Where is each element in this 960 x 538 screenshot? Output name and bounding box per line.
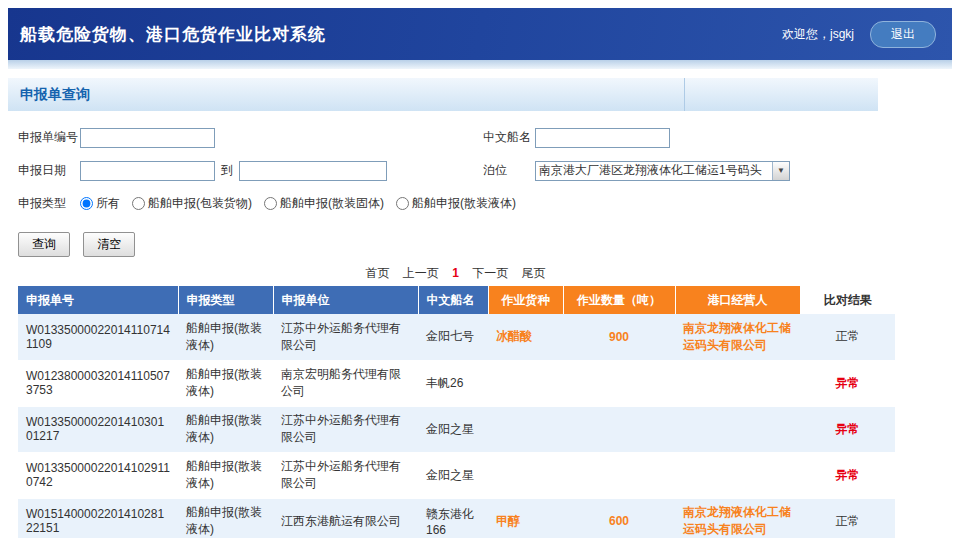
cell-operator: 南京龙翔液体化工储运码头有限公司 — [675, 498, 800, 538]
logout-button[interactable]: 退出 — [870, 21, 936, 48]
radio-packaged-input[interactable] — [132, 197, 145, 210]
header-bottom-strip — [8, 60, 952, 69]
table-row: W012380000320141105073753 船舶申报(散装液体) 南京宏… — [18, 360, 895, 406]
cell-agent: 江苏中外运船务代理有限公司 — [273, 406, 418, 452]
cell-type: 船舶申报(散装液体) — [178, 314, 273, 360]
radio-all-input[interactable] — [80, 197, 93, 210]
page-root: 船载危险货物、港口危货作业比对系统 欢迎您，jsgkj 退出 申报单查询 申报单… — [0, 0, 960, 538]
col-header-cargo: 作业货种 — [488, 286, 563, 314]
cell-result: 异常 — [800, 360, 895, 406]
radio-option-packaged[interactable]: 船舶申报(包装货物) — [132, 195, 252, 212]
cell-operator — [675, 406, 800, 452]
cell-operator: 南京龙翔液体化工储运码头有限公司 — [675, 314, 800, 360]
cell-declaration-no: W013350000220141107141109 — [18, 314, 178, 360]
berth-select[interactable]: 南京港大厂港区龙翔液体化工储运1号码头 ▼ — [535, 161, 790, 181]
cell-cargo: 甲醇 — [488, 498, 563, 538]
cell-type: 船舶申报(散装液体) — [178, 360, 273, 406]
berth-selected-value: 南京港大厂港区龙翔液体化工储运1号码头 — [536, 162, 762, 179]
section-bar: 申报单查询 — [8, 77, 952, 111]
cell-cargo — [488, 406, 563, 452]
section-title: 申报单查询 — [20, 86, 90, 104]
cell-ship: 金阳之星 — [418, 452, 488, 498]
form-row-1: 申报单编号 中文船名 — [18, 121, 952, 154]
cell-operator — [675, 452, 800, 498]
cell-result: 异常 — [800, 406, 895, 452]
cell-result: 正常 — [800, 498, 895, 538]
cell-result: 异常 — [800, 452, 895, 498]
date-from-input[interactable] — [80, 161, 215, 181]
app-header: 船载危险货物、港口危货作业比对系统 欢迎您，jsgkj 退出 — [8, 8, 952, 60]
cell-ship: 赣东港化166 — [418, 498, 488, 538]
col-header-declaration-no: 申报单号 — [18, 286, 178, 314]
cell-quantity — [563, 406, 675, 452]
cell-quantity: 600 — [563, 498, 675, 538]
form-buttons: 查询 清空 — [8, 220, 952, 257]
cell-agent: 江西东港航运有限公司 — [273, 498, 418, 538]
cell-quantity — [563, 360, 675, 406]
radio-bulk-solid-label: 船舶申报(散装固体) — [280, 195, 384, 212]
declare-date-label: 申报日期 — [18, 162, 80, 179]
cell-declaration-no: W012380000320141105073753 — [18, 360, 178, 406]
page-first-link[interactable]: 首页 — [365, 266, 389, 280]
pagination: 首页 上一页 1 下一页 尾页 — [8, 265, 903, 282]
col-header-operator: 港口经营人 — [675, 286, 800, 314]
section-divider — [684, 78, 685, 111]
query-button[interactable]: 查询 — [18, 232, 70, 257]
declare-type-label: 申报类型 — [18, 195, 80, 212]
table-row: W015140000220141028122151 船舶申报(散装液体) 江西东… — [18, 498, 895, 538]
col-header-ship: 中文船名 — [418, 286, 488, 314]
cell-cargo: 冰醋酸 — [488, 314, 563, 360]
declaration-no-input[interactable] — [80, 128, 215, 148]
page-prev-link[interactable]: 上一页 — [403, 266, 439, 280]
form-row-2: 申报日期 到 泊位 南京港大厂港区龙翔液体化工储运1号码头 ▼ — [18, 154, 952, 187]
radio-option-bulk-liquid[interactable]: 船舶申报(散装液体) — [396, 195, 516, 212]
col-header-agent: 申报单位 — [273, 286, 418, 314]
ship-name-input[interactable] — [535, 128, 670, 148]
cell-operator — [675, 360, 800, 406]
radio-bulk-liquid-label: 船舶申报(散装液体) — [412, 195, 516, 212]
col-header-type: 申报类型 — [178, 286, 273, 314]
cell-result: 正常 — [800, 314, 895, 360]
table-row: W013350000220141107141109 船舶申报(散装液体) 江苏中… — [18, 314, 895, 360]
cell-ship: 金阳之星 — [418, 406, 488, 452]
declare-type-radio-group: 所有 船舶申报(包装货物) 船舶申报(散装固体) 船舶申报(散装液体) — [80, 195, 528, 212]
radio-all-label: 所有 — [96, 195, 120, 212]
page-last-link[interactable]: 尾页 — [522, 266, 546, 280]
clear-button[interactable]: 清空 — [83, 232, 135, 257]
ship-name-label: 中文船名 — [483, 129, 535, 146]
page-next-link[interactable]: 下一页 — [472, 266, 508, 280]
cell-type: 船舶申报(散装液体) — [178, 452, 273, 498]
dropdown-arrow-icon[interactable]: ▼ — [772, 162, 789, 180]
date-to-input[interactable] — [239, 161, 387, 181]
cell-cargo — [488, 452, 563, 498]
cell-ship: 金阳七号 — [418, 314, 488, 360]
form-row-3: 申报类型 所有 船舶申报(包装货物) 船舶申报(散装固体) 船舶申报(散装液体) — [18, 187, 952, 220]
radio-option-all[interactable]: 所有 — [80, 195, 120, 212]
cell-ship: 丰帆26 — [418, 360, 488, 406]
ship-name-group: 中文船名 — [483, 128, 670, 148]
cell-agent: 江苏中外运船务代理有限公司 — [273, 452, 418, 498]
header-right: 欢迎您，jsgkj 退出 — [782, 21, 936, 48]
col-header-quantity: 作业数量（吨） — [563, 286, 675, 314]
table-header-row: 申报单号 申报类型 申报单位 中文船名 作业货种 作业数量（吨） 港口经营人 比… — [18, 286, 895, 314]
cell-quantity: 900 — [563, 314, 675, 360]
cell-declaration-no: W013350000220141029110742 — [18, 452, 178, 498]
results-table: 申报单号 申报类型 申报单位 中文船名 作业货种 作业数量（吨） 港口经营人 比… — [18, 286, 895, 538]
cell-cargo — [488, 360, 563, 406]
page-current: 1 — [452, 266, 459, 280]
cell-type: 船舶申报(散装液体) — [178, 406, 273, 452]
cell-agent: 江苏中外运船务代理有限公司 — [273, 314, 418, 360]
cell-agent: 南京宏明船务代理有限公司 — [273, 360, 418, 406]
cell-declaration-no: W013350000220141030101217 — [18, 406, 178, 452]
cell-type: 船舶申报(散装液体) — [178, 498, 273, 538]
table-row: W013350000220141030101217 船舶申报(散装液体) 江苏中… — [18, 406, 895, 452]
declaration-no-label: 申报单编号 — [18, 129, 80, 146]
radio-bulk-solid-input[interactable] — [264, 197, 277, 210]
section-bar-inner: 申报单查询 — [8, 77, 878, 111]
welcome-text: 欢迎您，jsgkj — [782, 26, 854, 43]
berth-label: 泊位 — [483, 162, 535, 179]
radio-packaged-label: 船舶申报(包装货物) — [148, 195, 252, 212]
col-header-result: 比对结果 — [800, 286, 895, 314]
radio-bulk-liquid-input[interactable] — [396, 197, 409, 210]
radio-option-bulk-solid[interactable]: 船舶申报(散装固体) — [264, 195, 384, 212]
